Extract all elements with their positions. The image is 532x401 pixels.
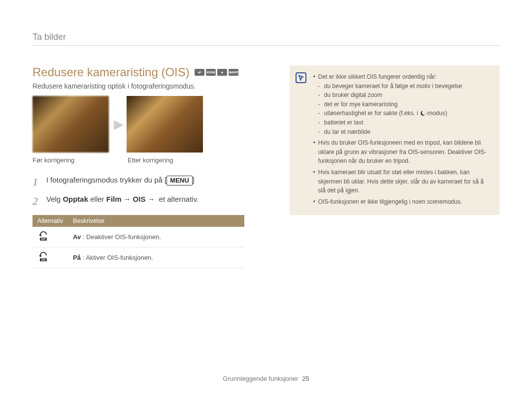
page-title: Redusere kameraristing (OIS) [33, 65, 190, 79]
step-1-suffix: ] [193, 176, 195, 184]
left-column: Redusere kameraristing (OIS) ●P SCENE ■ … [33, 65, 257, 268]
step-1: 1 I fotograferingsmodus trykker du på [M… [33, 175, 257, 190]
note-bullet-1: Det er ikke sikkert OIS fungerer ordentl… [313, 72, 493, 136]
photo-after [127, 96, 203, 153]
note-bullet-4: OIS-funksjonen er ikke tilgjengelig i no… [313, 197, 493, 207]
note-sub-suffix: -modus) [426, 110, 447, 117]
table-row: OIS På : Aktiver OIS-funksjonen. [33, 247, 244, 268]
svg-text:OFF: OFF [41, 238, 46, 241]
th-alternativ: Alternativ [33, 215, 68, 227]
breadcrumb: Ta bilder [33, 32, 499, 46]
comparison-row: ▶ [33, 96, 257, 153]
note-sub: batteriet er lavt [318, 118, 493, 127]
step-2: 2 Velg Opptak eller Film→OIS→ et alterna… [33, 194, 257, 209]
step-number: 2 [33, 194, 41, 209]
mode-icons-group: ●P SCENE ■ SMART [195, 69, 238, 76]
scene-mode-icon: SCENE [206, 69, 216, 76]
option-desc: : Aktiver OIS-funksjonen. [83, 254, 153, 261]
th-beskrivelse: Beskrivelse [68, 215, 244, 227]
moon-icon [420, 110, 426, 116]
footer-label: Grunnleggende funksjoner [223, 375, 298, 382]
option-desc: : Deaktiver OIS-funksjonen. [83, 233, 161, 241]
ois-off-icon: OFF [37, 231, 49, 242]
step-2-mid1: eller [88, 195, 106, 203]
note-bullet-3: Hvis kameraet blir utsatt for støt eller… [313, 168, 493, 195]
step-2-film: Film [106, 195, 122, 203]
video-mode-icon: ■ [217, 69, 227, 76]
option-icon-cell: OIS [33, 247, 68, 268]
note-bullet-2: Hvis du bruker OIS-funksjoneen med en tr… [313, 138, 493, 166]
step-2-prefix: Velg [46, 195, 63, 203]
options-table: Alternativ Beskrivelse OFF Av : Deaktive… [33, 215, 244, 268]
arrow-icon: → [147, 195, 155, 203]
table-row: OFF Av : Deaktiver OIS-funksjonen. [33, 227, 244, 247]
page-title-row: Redusere kameraristing (OIS) ●P SCENE ■ … [33, 65, 257, 79]
page-footer: Grunnleggende funksjoner 25 [0, 375, 532, 382]
page-number: 25 [302, 375, 309, 382]
option-icon-cell: OFF [33, 227, 68, 247]
arrow-icon: → [124, 195, 131, 203]
note-sub: du beveger kameraet for å følge et motiv… [318, 82, 493, 91]
option-desc-cell: På : Aktiver OIS-funksjonen. [68, 247, 244, 268]
option-label: På [73, 254, 81, 261]
menu-key: MENU [166, 176, 192, 185]
note-b1-text: Det er ikke sikkert OIS fungerer ordentl… [318, 73, 437, 80]
ois-on-icon: OIS [37, 251, 49, 262]
arrow-right-icon: ▶ [114, 117, 124, 132]
step-2-opptak: Opptak [63, 195, 88, 203]
photo-before [33, 96, 109, 153]
info-icon [296, 72, 306, 83]
option-desc-cell: Av : Deaktiver OIS-funksjonen. [68, 227, 244, 247]
smart-mode-icon: SMART [229, 69, 238, 76]
steps-list: 1 I fotograferingsmodus trykker du på [M… [33, 175, 257, 209]
step-1-prefix: I fotograferingsmodus trykker du på [ [46, 176, 166, 184]
step-number: 1 [33, 175, 41, 190]
right-column: Det er ikke sikkert OIS fungerer ordentl… [290, 65, 499, 268]
note-sub: det er for mye kameraristing [318, 100, 493, 109]
step-2-ois: OIS [133, 195, 146, 203]
note-sub: utløserhastighet er for sakte (f.eks. i … [318, 109, 493, 118]
svg-text:OIS: OIS [41, 258, 46, 261]
camera-mode-icon: ●P [195, 69, 204, 76]
caption-before: Før korrigering [33, 156, 109, 164]
note-sub: du bruker digital zoom [318, 91, 493, 100]
option-label: Av [73, 233, 81, 241]
caption-after: Etter korrigering [128, 156, 204, 164]
note-box: Det er ikke sikkert OIS fungerer ordentl… [290, 65, 499, 215]
note-sub-prefix: utløserhastighet er for sakte (f.eks. i [324, 110, 420, 117]
note-sub: du tar et nærbilde [318, 127, 493, 137]
page-subtitle: Redusere kameraristing optisk i fotograf… [33, 82, 257, 90]
step-2-tail: et alternativ. [157, 195, 199, 203]
